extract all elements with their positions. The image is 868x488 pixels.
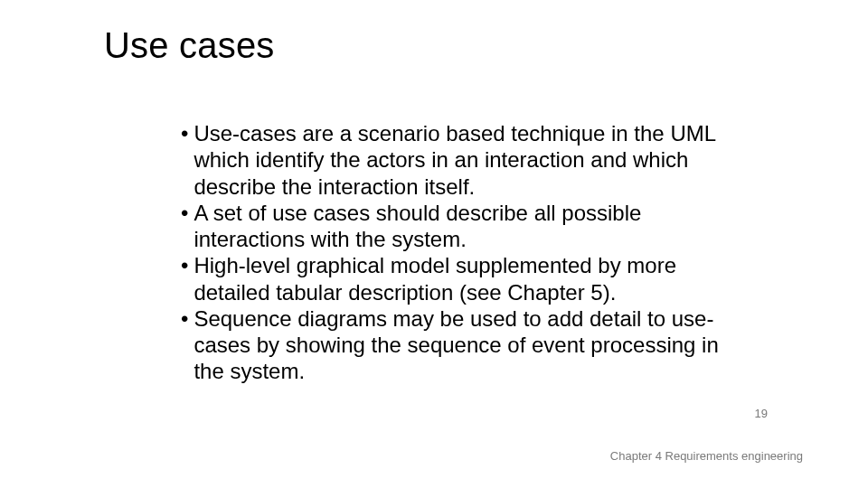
bullet-text: A set of use cases should describe all p…: [193, 200, 723, 253]
footer-text: Chapter 4 Requirements engineering: [610, 449, 803, 463]
page-number: 19: [755, 407, 768, 420]
bullet-item: • Sequence diagrams may be used to add d…: [181, 305, 723, 385]
bullet-icon: •: [181, 305, 188, 332]
bullet-text: Sequence diagrams may be used to add det…: [193, 305, 723, 385]
slide-title: Use cases: [104, 25, 275, 66]
bullet-icon: •: [181, 120, 188, 146]
bullet-item: • High-level graphical model supplemente…: [181, 252, 723, 305]
bullet-text: High-level graphical model supplemented …: [193, 252, 723, 305]
bullet-item: • Use-cases are a scenario based techniq…: [181, 120, 723, 200]
bullet-icon: •: [181, 252, 188, 278]
slide: Use cases • Use-cases are a scenario bas…: [0, 0, 868, 488]
body-content: • Use-cases are a scenario based techniq…: [181, 120, 723, 385]
bullet-text: Use-cases are a scenario based technique…: [193, 120, 723, 200]
bullet-item: • A set of use cases should describe all…: [181, 200, 723, 253]
bullet-icon: •: [181, 200, 188, 226]
